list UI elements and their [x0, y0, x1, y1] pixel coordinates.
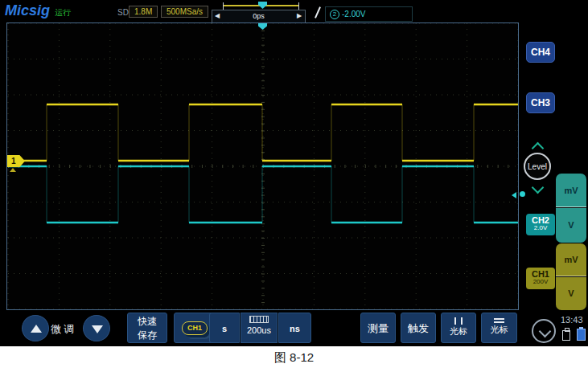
trigger-position-readout: 0ps — [212, 10, 306, 23]
oscilloscope-screenshot: Micsig 运行 SD 1.8M 500MSa/s 0ps ◀ ▶ 2-2.0… — [0, 0, 588, 372]
trigger-level-arrow-icon[interactable] — [512, 192, 516, 198]
ch3-button[interactable]: CH3 — [526, 92, 555, 113]
ch4-button[interactable]: CH4 — [526, 42, 555, 63]
trigger-position-right-arrow[interactable]: ▶ — [297, 11, 302, 21]
ch2-v-button[interactable]: V — [556, 208, 586, 243]
clock-time: 13:43 — [561, 315, 583, 325]
figure-caption: 图 8-12 — [0, 350, 588, 366]
fine-adjust-down-button[interactable] — [83, 315, 110, 341]
horizontal-cursor-button[interactable]: 光标 — [481, 313, 517, 343]
vertical-cursor-icon — [452, 317, 465, 326]
trigger-readout[interactable]: 2-2.00V — [325, 6, 413, 22]
timebase-value-button[interactable]: 200us — [241, 313, 278, 343]
sample-rate-badge: 500MSa/s — [161, 6, 208, 18]
ch1-scale: 200V — [526, 279, 555, 286]
sd-label: SD — [117, 8, 129, 17]
usb-icon — [562, 330, 570, 341]
measure-button[interactable]: 测量 — [360, 313, 396, 343]
horizontal-cursor-icon — [482, 318, 516, 323]
ch1-v-button[interactable]: V — [556, 277, 586, 310]
trigger-level-value: -2.00V — [342, 10, 365, 18]
quick-save-line2: 保存 — [138, 329, 157, 341]
micsig-logo: Micsig — [5, 2, 50, 19]
ch2-button[interactable]: CH22.0V — [526, 214, 555, 235]
quick-save-button[interactable]: 快速保存 — [127, 313, 167, 343]
trigger-menu-button[interactable]: 触发 — [401, 313, 436, 343]
timebase-nanoseconds-button[interactable]: ns — [278, 313, 311, 343]
trigger-position-left-arrow[interactable]: ◀ — [215, 11, 220, 21]
ch2-mv-button[interactable]: mV — [556, 174, 586, 207]
trigger-source-icon: 2 — [330, 10, 339, 19]
memory-depth-badge: 1.8M — [129, 6, 158, 18]
waveform-svg — [7, 23, 518, 309]
collapse-menu-button[interactable] — [532, 319, 556, 343]
ch1-mv-button[interactable]: mV — [556, 243, 586, 276]
channel-chip: CH1 — [182, 321, 208, 335]
vertical-cursor-button[interactable]: 光标 — [441, 313, 476, 343]
chevron-down-icon — [539, 325, 552, 338]
ch2-scale: 2.0V — [526, 225, 555, 232]
run-status: 运行 — [55, 7, 71, 18]
vertical-cursor-label: 光标 — [450, 326, 467, 336]
fine-adjust-up-button[interactable] — [22, 315, 49, 341]
horizontal-cursor-label: 光标 — [491, 325, 508, 334]
ch1-ground-arrow-icon — [10, 168, 16, 172]
ch1-button[interactable]: CH1200V — [526, 268, 555, 289]
battery-icon — [577, 329, 586, 341]
up-triangle-icon — [31, 325, 42, 333]
timebase-seconds-button[interactable]: s — [209, 313, 240, 343]
down-triangle-icon — [92, 325, 103, 333]
level-knob[interactable]: Level — [524, 153, 551, 180]
fine-adjust-label: 微调 — [51, 322, 76, 337]
quick-save-line1: 快速 — [138, 316, 157, 327]
ruler-icon — [249, 316, 269, 323]
trigger-level-dot-icon[interactable] — [520, 191, 525, 197]
timebase-value: 200us — [247, 325, 271, 335]
